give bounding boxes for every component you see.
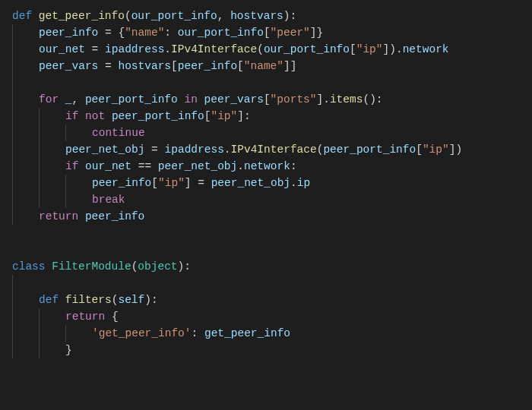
token-pun: [: [416, 144, 423, 156]
token-var: peer_port_info: [112, 110, 204, 122]
token-kw2: not: [85, 110, 112, 122]
code-line: if not peer_port_info["ip"]:: [12, 108, 520, 125]
indent-guide: [12, 158, 39, 175]
code-line: def filters(self):: [12, 292, 520, 308]
code-line: return peer_info: [12, 208, 520, 225]
token-fn: items: [330, 93, 363, 106]
indent-guide: [39, 108, 65, 125]
indent-guide: [12, 191, 39, 208]
token-pun: ]).: [383, 43, 403, 55]
token-str: "ports": [271, 93, 317, 106]
token-pun: = {: [98, 27, 125, 39]
indent-guide: [39, 325, 65, 342]
indent-guide: [39, 342, 65, 358]
token-pun: ]}: [310, 27, 323, 39]
code-line: peer_net_obj = ipaddress.IPv4Interface(p…: [12, 141, 520, 158]
code-line: peer_info["ip"] = peer_net_obj.ip: [12, 175, 520, 191]
token-pun: [: [171, 60, 178, 72]
token-kw2: return: [39, 210, 85, 222]
indent-guide: [12, 141, 39, 158]
token-var: self: [118, 294, 144, 306]
indent-guide: [39, 141, 65, 158]
token-var: get_peer_info: [204, 327, 290, 339]
token-var: peer_vars: [204, 93, 264, 106]
indent-guide: [12, 175, 39, 191]
indent-guide: [65, 125, 92, 141]
token-pun: =: [98, 60, 118, 72]
indent-guide: [12, 325, 39, 342]
token-cls: FilterModule: [52, 260, 131, 273]
token-str: "ip": [211, 110, 237, 122]
token-fn: filters: [65, 294, 112, 306]
token-var: peer_info: [178, 60, 237, 72]
indent-guide: [12, 58, 39, 74]
code-line: class FilterModule(object):: [12, 258, 520, 275]
token-kw2: continue: [92, 127, 145, 139]
token-str: "peer": [271, 27, 310, 39]
token-str: 'get_peer_info': [92, 327, 192, 339]
indent-guide: [39, 125, 65, 141]
code-line: peer_vars = hostvars[peer_info["name"]]: [12, 58, 520, 74]
code-line: [12, 241, 520, 258]
code-line: def get_peer_info(our_port_info, hostvar…: [12, 8, 520, 24]
indent-guide: [12, 41, 39, 58]
blank-line: [39, 277, 46, 289]
indent-guide: [12, 24, 39, 41]
token-kw: def: [12, 10, 39, 22]
token-pun: (: [125, 10, 131, 22]
indent-guide: [12, 74, 39, 91]
token-pun: ].: [317, 93, 330, 106]
token-pun: ):: [283, 10, 296, 22]
token-var: peer_net_obj: [211, 177, 290, 189]
token-pun: ]:: [237, 110, 250, 122]
code-line: [12, 275, 520, 292]
code-editor: def get_peer_info(our_port_info, hostvar…: [0, 0, 532, 366]
token-pun: [: [264, 93, 271, 106]
token-pun: ]): [449, 144, 462, 156]
indent-guide: [39, 308, 65, 325]
token-pun: =: [144, 144, 164, 156]
code-line: our_net = ipaddress.IPv4Interface(our_po…: [12, 41, 520, 58]
code-line: }: [12, 342, 520, 358]
token-pun: ] =: [185, 177, 211, 189]
token-var: our_port_info: [131, 10, 217, 22]
token-str: "name": [125, 27, 164, 39]
code-line: peer_info = {"name": our_port_info["peer…: [12, 24, 520, 41]
token-kw2: if: [65, 110, 85, 122]
indent-guide: [65, 325, 92, 342]
token-var: peer_net_obj: [65, 144, 144, 156]
token-pun: ):: [178, 260, 191, 273]
token-kw2: return: [65, 311, 112, 323]
token-kw2: in: [178, 93, 204, 106]
code-line: for _, peer_port_info in peer_vars["port…: [12, 91, 520, 108]
token-kw2: if: [65, 160, 85, 172]
token-var: ipaddress: [165, 144, 224, 156]
token-var: _: [65, 93, 72, 106]
indent-guide: [12, 91, 39, 108]
token-pun: ==: [131, 160, 158, 172]
blank-line: [12, 244, 19, 256]
token-var: peer_port_info: [85, 93, 178, 106]
token-var: our_net: [39, 43, 85, 55]
indent-guide: [12, 275, 39, 292]
indent-guide: [12, 308, 39, 325]
code-line: break: [12, 191, 520, 208]
code-line: continue: [12, 125, 520, 141]
indent-guide: [65, 175, 92, 191]
token-cls: object: [138, 260, 177, 273]
token-kw2: break: [92, 194, 125, 206]
indent-guide: [12, 292, 39, 308]
token-pun: =: [85, 43, 105, 55]
token-kw: class: [12, 260, 52, 273]
indent-guide: [39, 175, 65, 191]
token-pun: ,: [72, 93, 85, 106]
indent-guide: [12, 125, 39, 141]
token-pun: :: [192, 327, 204, 339]
token-pun: {: [112, 311, 119, 323]
token-pun: ):: [144, 294, 157, 306]
token-pun: ]]: [283, 60, 296, 72]
token-var: our_port_info: [178, 27, 264, 39]
token-var: ip: [297, 177, 310, 189]
code-line: return {: [12, 308, 520, 325]
token-pun: :: [290, 160, 297, 172]
